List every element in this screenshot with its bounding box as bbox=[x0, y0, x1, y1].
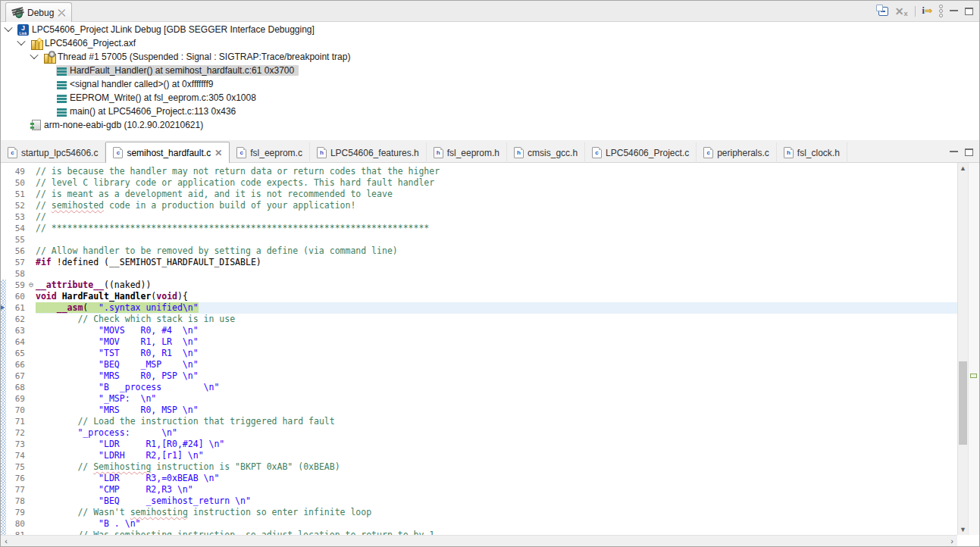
selected-stack-frame[interactable]: HardFault_Handler() at semihost_hardfaul… bbox=[56, 65, 299, 76]
code-text[interactable]: "TST R0, R1 \n" bbox=[36, 348, 957, 359]
close-icon[interactable]: ⤫ bbox=[58, 8, 65, 18]
minimize-editor-icon[interactable] bbox=[950, 151, 958, 158]
code-text[interactable]: "_MSP: \n" bbox=[36, 393, 957, 405]
code-text[interactable] bbox=[36, 234, 957, 245]
code-line[interactable]: 79 // Wasn't semihosting instruction so … bbox=[1, 507, 957, 518]
code-text[interactable]: "MRS R0, MSP \n" bbox=[36, 405, 957, 416]
code-editor[interactable]: 49// is because the handler may not retu… bbox=[1, 163, 957, 535]
code-text[interactable]: "MRS R0, PSP \n" bbox=[36, 370, 957, 382]
code-line[interactable]: 64 "MOV R1, LR \n" bbox=[1, 336, 957, 348]
debug-tree-row[interactable]: main() at LPC54606_Project.c:113 0x436 bbox=[1, 105, 979, 118]
code-text[interactable]: // Load the instruction that triggered h… bbox=[36, 416, 957, 427]
code-text[interactable]: // Semihosting instruction is "BKPT 0xAB… bbox=[36, 461, 957, 473]
debug-tree-row[interactable]: <signal handler called>() at 0xfffffff9 bbox=[1, 77, 979, 91]
code-line[interactable]: 74 "LDRH R2,[r1] \n" bbox=[1, 450, 957, 461]
debug-tree-row[interactable]: Thread #1 57005 (Suspended : Signal : SI… bbox=[1, 50, 979, 64]
maximize-editor-icon[interactable] bbox=[965, 148, 973, 156]
code-line[interactable]: 55 bbox=[1, 234, 957, 245]
collapse-all-icon[interactable] bbox=[878, 7, 888, 16]
code-text[interactable]: "B _process \n" bbox=[36, 382, 957, 393]
code-text[interactable]: // *************************************… bbox=[36, 223, 957, 234]
code-line[interactable]: 68 "B _process \n" bbox=[1, 382, 957, 393]
editor-tab-startup_lpc54606-c[interactable]: cstartup_lpc54606.c bbox=[1, 142, 105, 163]
code-text[interactable]: // semihosted code in a production build… bbox=[36, 200, 957, 211]
code-text[interactable]: // is because the handler may not return… bbox=[36, 166, 957, 177]
debug-tree-row[interactable]: LPC54606_Project.axf bbox=[1, 36, 979, 50]
code-line[interactable]: 80 "B . \n" bbox=[1, 518, 957, 530]
debug-tree-row[interactable]: arm-none-eabi-gdb (10.2.90.20210621) bbox=[1, 118, 979, 132]
code-line[interactable]: 59⊖__attribute__((naked)) bbox=[1, 280, 957, 291]
instruction-pointer-marker[interactable] bbox=[970, 374, 977, 378]
code-line[interactable]: 75 // Semihosting instruction is "BKPT 0… bbox=[1, 461, 957, 473]
code-line[interactable]: 56// Allow handler to be removed by sett… bbox=[1, 245, 957, 257]
debug-tree-row[interactable]: HardFault_Handler() at semihost_hardfaul… bbox=[1, 64, 979, 77]
code-line[interactable]: 77 "CMP R2,R3 \n" bbox=[1, 484, 957, 495]
editor-tab-fsl_eeprom-c[interactable]: cfsl_eeprom.c bbox=[230, 142, 310, 163]
code-text[interactable]: "MOVS R0, #4 \n" bbox=[36, 325, 957, 336]
code-text[interactable]: "_process: \n" bbox=[36, 427, 957, 439]
code-text[interactable]: // Wasn't semihosting instruction so ent… bbox=[36, 507, 957, 518]
code-line[interactable]: 62 // Check which stack is in use bbox=[1, 314, 957, 325]
code-text[interactable]: #if !defined (__SEMIHOST_HARDFAULT_DISAB… bbox=[36, 257, 957, 268]
code-line[interactable]: 73 "LDR R1,[R0,#24] \n" bbox=[1, 439, 957, 450]
editor-tab-fsl_eeprom-h[interactable]: hfsl_eeprom.h bbox=[427, 142, 507, 163]
scroll-right-icon[interactable]: › bbox=[947, 536, 957, 546]
code-text[interactable]: "LDRH R2,[r1] \n" bbox=[36, 450, 957, 461]
remove-all-terminated-icon[interactable]: ✕ₓ bbox=[895, 7, 908, 16]
code-line[interactable]: 52// semihosted code in a production bui… bbox=[1, 200, 957, 211]
instruction-stepping-icon[interactable]: i⇒ bbox=[922, 5, 932, 17]
code-line[interactable]: 54// ***********************************… bbox=[1, 223, 957, 234]
editor-tab-LPC54606_features-h[interactable]: hLPC54606_features.h bbox=[310, 142, 427, 163]
code-line[interactable]: 70 "MRS R0, MSP \n" bbox=[1, 405, 957, 416]
overview-ruler[interactable] bbox=[968, 163, 979, 535]
vertical-scrollbar[interactable]: ▲ ▼ bbox=[957, 163, 968, 535]
code-text[interactable]: "B . \n" bbox=[36, 518, 957, 530]
code-line[interactable]: 49// is because the handler may not retu… bbox=[1, 166, 957, 177]
expand-chevron-icon[interactable] bbox=[17, 37, 25, 45]
code-line[interactable]: 65 "TST R0, R1 \n" bbox=[1, 348, 957, 359]
code-text[interactable]: // level C library code or application c… bbox=[36, 177, 957, 189]
code-line[interactable]: 57#if !defined (__SEMIHOST_HARDFAULT_DIS… bbox=[1, 257, 957, 268]
code-text[interactable]: // Allow handler to be removed by settin… bbox=[36, 245, 957, 257]
editor-tab-peripherals-c[interactable]: cperipherals.c bbox=[697, 142, 777, 163]
fold-collapse-icon[interactable]: ⊖ bbox=[27, 280, 36, 291]
debug-view-tab[interactable]: Debug ⤫ bbox=[5, 2, 72, 22]
horizontal-scrollbar[interactable]: ‹ › bbox=[1, 535, 957, 546]
code-text[interactable] bbox=[36, 268, 957, 280]
editor-tab-cmsis_gcc-h[interactable]: hcmsis_gcc.h bbox=[507, 142, 585, 163]
code-text[interactable]: // bbox=[36, 211, 957, 223]
code-text[interactable]: // Check which stack is in use bbox=[36, 314, 957, 325]
close-icon[interactable]: ✕ bbox=[214, 148, 222, 158]
code-line[interactable]: 50// level C library code or application… bbox=[1, 177, 957, 189]
code-line[interactable]: 78 "BEQ _semihost_return \n" bbox=[1, 495, 957, 507]
editor-tab-fsl_clock-h[interactable]: hfsl_clock.h bbox=[777, 142, 847, 163]
code-line[interactable]: 66 "BEQ _MSP \n" bbox=[1, 359, 957, 370]
code-text[interactable]: "LDR R1,[R0,#24] \n" bbox=[36, 439, 957, 450]
maximize-view-icon[interactable] bbox=[965, 8, 973, 15]
code-text[interactable]: // is meant as a development aid, and it… bbox=[36, 189, 957, 200]
expand-chevron-icon[interactable] bbox=[30, 51, 38, 59]
code-text[interactable]: "BEQ _MSP \n" bbox=[36, 359, 957, 370]
code-line[interactable]: 53// bbox=[1, 211, 957, 223]
code-line[interactable]: 69 "_MSP: \n" bbox=[1, 393, 957, 405]
editor-tab-LPC54606_Project-c[interactable]: cLPC54606_Project.c bbox=[585, 142, 697, 163]
code-text[interactable]: __attribute__((naked)) bbox=[36, 280, 957, 291]
code-line[interactable]: 61 __asm( ".syntax unified\n" bbox=[1, 302, 957, 314]
code-line[interactable]: 81 // Was semihosting instruction, so ad… bbox=[1, 530, 957, 535]
code-line[interactable]: 71 // Load the instruction that triggere… bbox=[1, 416, 957, 427]
code-text[interactable]: "LDR R3,=0xBEAB \n" bbox=[36, 473, 957, 484]
code-text[interactable]: "CMP R2,R3 \n" bbox=[36, 484, 957, 495]
scroll-up-icon[interactable]: ▲ bbox=[958, 163, 968, 173]
debug-tree-row[interactable]: EEPROM_Write() at fsl_eeprom.c:305 0x100… bbox=[1, 91, 979, 105]
code-line[interactable]: 72 "_process: \n" bbox=[1, 427, 957, 439]
view-menu-icon[interactable] bbox=[939, 5, 943, 17]
code-text[interactable]: void HardFault_Handler(void){ bbox=[36, 291, 957, 302]
scroll-left-icon[interactable]: ‹ bbox=[1, 536, 11, 546]
minimize-view-icon[interactable] bbox=[950, 10, 958, 17]
editor-tab-semihost_hardfault-c[interactable]: csemihost_hardfault.c✕ bbox=[105, 142, 230, 163]
code-line[interactable]: 63 "MOVS R0, #4 \n" bbox=[1, 325, 957, 336]
debug-tree-row[interactable]: JLPC54606_Project JLink Debug [GDB SEGGE… bbox=[1, 23, 979, 36]
code-text[interactable]: __asm( ".syntax unified\n" bbox=[36, 302, 957, 314]
vertical-scrollbar-thumb[interactable] bbox=[959, 361, 967, 445]
code-text[interactable]: "MOV R1, LR \n" bbox=[36, 336, 957, 348]
